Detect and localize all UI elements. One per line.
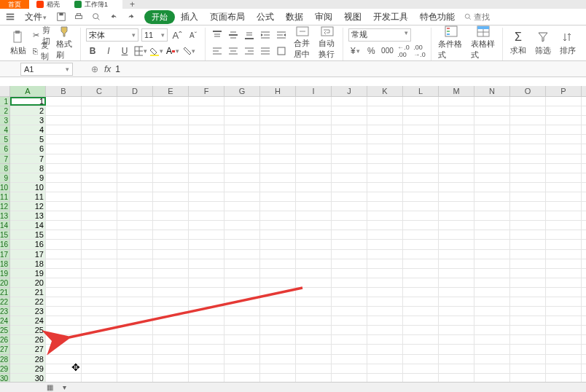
cell-F4[interactable] [189,125,224,134]
cell-G12[interactable] [224,202,260,211]
cell-G16[interactable] [224,240,260,248]
cell-A4[interactable]: 4 [10,125,46,134]
cell-L2[interactable] [403,106,439,115]
cell-M21[interactable] [439,288,474,297]
cell-E10[interactable] [153,183,189,192]
menu-view[interactable]: 视图 [338,9,367,26]
increase-font-button[interactable]: Aˆ [171,28,184,42]
cell-P12[interactable] [546,202,582,211]
orientation-button[interactable] [275,44,288,58]
row-header-6[interactable]: 6 [0,144,9,154]
cell-E25[interactable] [153,326,189,334]
row-header-9[interactable]: 9 [0,173,9,183]
cell-P13[interactable] [546,211,582,220]
cell-L27[interactable] [403,345,439,353]
cell-J20[interactable] [332,278,367,287]
cell-M16[interactable] [439,240,474,248]
cell-L20[interactable] [403,278,439,287]
cell-K5[interactable] [367,135,403,144]
cell-A10[interactable]: 10 [10,183,46,192]
cell-G5[interactable] [224,135,260,144]
cell-H1[interactable] [260,97,296,106]
cell-O11[interactable] [510,192,546,201]
cell-K26[interactable] [367,335,403,344]
cell-M11[interactable] [439,192,474,201]
format-painter-button[interactable]: 格式刷 [52,28,77,58]
cell-K12[interactable] [367,202,403,211]
cell-F7[interactable] [189,154,224,163]
cell-F21[interactable] [189,288,224,297]
cell-J29[interactable] [332,364,367,373]
cell-D22[interactable] [117,297,153,306]
cell-J22[interactable] [332,297,367,306]
tab-docer[interactable]: 稻壳 [29,0,67,9]
align-middle-button[interactable] [227,28,240,42]
cell-C4[interactable] [82,125,117,134]
app-menu-icon[interactable] [1,9,19,26]
cell-B4[interactable] [46,125,82,134]
cell-A18[interactable]: 18 [10,259,46,268]
cell-N11[interactable] [474,192,510,201]
cell-I16[interactable] [296,240,332,248]
cell-K3[interactable] [367,116,403,125]
cell-M8[interactable] [439,164,474,173]
cell-O15[interactable] [510,230,546,239]
cell-O14[interactable] [510,221,546,230]
cell-F6[interactable] [189,144,224,153]
cell-J10[interactable] [332,183,367,192]
cell-B3[interactable] [46,116,82,125]
sum-button[interactable]: Σ 求和 [506,28,531,58]
cell-M15[interactable] [439,230,474,239]
cell-K1[interactable] [367,97,403,106]
cell-J30[interactable] [332,374,367,382]
cell-K30[interactable] [367,374,403,382]
cell-N19[interactable] [474,269,510,278]
cell-E28[interactable] [153,355,189,364]
menu-page-layout[interactable]: 页面布局 [204,9,251,26]
save-icon[interactable] [52,9,70,26]
row-header-4[interactable]: 4 [0,125,9,135]
cell-E20[interactable] [153,278,189,287]
cell-B15[interactable] [46,230,82,239]
cell-N30[interactable] [474,374,510,382]
cell-I8[interactable] [296,164,332,173]
sheet-options-icon[interactable]: ▦ [44,383,55,392]
decrease-indent-button[interactable] [275,28,288,42]
cell-E30[interactable] [153,374,189,382]
cell-G29[interactable] [224,364,260,373]
cell-I28[interactable] [296,355,332,364]
row-header-8[interactable]: 8 [0,164,9,173]
cell-G9[interactable] [224,173,260,182]
cell-I6[interactable] [296,144,332,153]
cell-G26[interactable] [224,335,260,344]
cell-K25[interactable] [367,326,403,334]
cell-J14[interactable] [332,221,367,230]
cell-L6[interactable] [403,144,439,153]
row-header-14[interactable]: 14 [0,221,9,230]
sheet-dropdown-icon[interactable]: ▾ [58,383,70,392]
cell-P19[interactable] [546,269,582,278]
cell-D16[interactable] [117,240,153,248]
cell-A13[interactable]: 13 [10,211,46,220]
column-header-J[interactable]: J [332,86,367,96]
cell-H28[interactable] [260,355,296,364]
row-header-26[interactable]: 26 [0,335,9,345]
cell-F23[interactable] [189,307,224,315]
cell-N5[interactable] [474,135,510,144]
cell-F9[interactable] [189,173,224,182]
zoom-icon[interactable]: ⊕ [91,64,98,74]
cell-C5[interactable] [82,135,117,144]
cell-K29[interactable] [367,364,403,373]
cell-B13[interactable] [46,211,82,220]
cell-L24[interactable] [403,316,439,325]
cell-B18[interactable] [46,259,82,268]
cell-H12[interactable] [260,202,296,211]
cell-O18[interactable] [510,259,546,268]
cell-B7[interactable] [46,154,82,163]
cell-J18[interactable] [332,259,367,268]
cell-M10[interactable] [439,183,474,192]
cell-A20[interactable]: 20 [10,278,46,287]
cell-J1[interactable] [332,97,367,106]
cell-B8[interactable] [46,164,82,173]
cell-M20[interactable] [439,278,474,287]
